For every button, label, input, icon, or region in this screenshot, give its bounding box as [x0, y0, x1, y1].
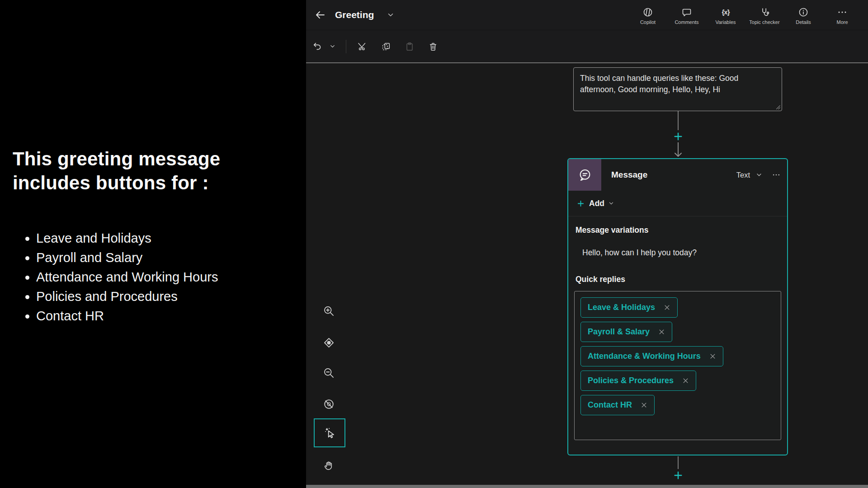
list-item: Policies and Procedures [36, 290, 218, 303]
details-button[interactable]: Details [784, 2, 823, 28]
more-button[interactable]: More [823, 2, 862, 28]
zoom-in-icon [323, 305, 335, 317]
quick-replies-container[interactable]: Leave & Holidays Payroll & Salary Attend… [574, 291, 781, 440]
message-variation-text[interactable]: Hello, how can I help you today? [582, 248, 697, 258]
plus-icon [577, 200, 585, 207]
edit-toolbar [306, 30, 868, 62]
node-title: Message [611, 159, 647, 191]
quick-reply-label: Attendance & Working Hours [588, 352, 701, 361]
resize-handle[interactable] [775, 104, 781, 110]
topbar-actions: Copilot Comments {x} Variables Topic che… [628, 2, 862, 28]
paste-icon [405, 42, 415, 52]
chevron-down-icon [387, 11, 395, 19]
zoom-out-button[interactable] [318, 363, 340, 383]
delete-icon [428, 42, 438, 52]
quick-reply-label: Leave & Holidays [588, 303, 655, 312]
trigger-phrases-text: This tool can handle queries like these:… [580, 74, 738, 94]
list-item: Payroll and Salary [36, 251, 218, 264]
message-node-icon-tile [568, 159, 601, 191]
node-more-button[interactable] [772, 170, 781, 179]
remove-chip-icon[interactable] [709, 353, 716, 360]
toolbar-divider [346, 40, 346, 53]
topic-checker-button[interactable]: Topic checker [745, 2, 784, 28]
remove-chip-icon[interactable] [682, 377, 689, 384]
copilot-icon [642, 7, 653, 18]
connector-arrow-icon [673, 142, 683, 158]
list-item: Leave and Holidays [36, 231, 218, 245]
list-item: Contact HR [36, 309, 218, 323]
info-icon [798, 7, 809, 18]
minimap-icon [323, 398, 335, 410]
select-tool-button[interactable] [314, 418, 345, 447]
trigger-phrases-node[interactable]: This tool can handle queries like these:… [573, 67, 782, 111]
quick-reply-label: Policies & Procedures [588, 376, 674, 385]
message-node[interactable]: Message Text Add Message variations Hell… [567, 158, 788, 455]
pan-tool-button[interactable] [318, 455, 340, 475]
quick-reply-chip[interactable]: Contact HR [580, 395, 655, 415]
chevron-down-icon [329, 43, 336, 50]
remove-chip-icon[interactable] [641, 402, 647, 408]
plus-icon [673, 131, 683, 141]
quick-reply-chip[interactable]: Payroll & Salary [580, 322, 672, 342]
undo-icon [313, 42, 323, 52]
undo-menu-button[interactable] [326, 38, 339, 55]
remove-chip-icon[interactable] [658, 328, 665, 335]
copilot-studio-app: Greeting Copilot Comments {x} Variables … [306, 0, 868, 488]
add-node-button[interactable] [672, 469, 684, 481]
pan-hand-icon [323, 460, 335, 472]
message-type-dropdown[interactable]: Text [736, 171, 750, 179]
connector-line [678, 111, 679, 130]
more-ellipsis-icon [772, 170, 781, 179]
chevron-down-icon[interactable] [755, 171, 763, 178]
center-view-button[interactable] [318, 333, 340, 352]
copy-button[interactable] [378, 38, 394, 55]
back-arrow-icon [315, 9, 326, 20]
add-node-button[interactable] [672, 131, 684, 142]
quick-replies-label: Quick replies [576, 275, 625, 284]
copy-icon [381, 42, 391, 52]
copilot-button[interactable]: Copilot [628, 2, 667, 28]
variables-button[interactable]: {x} Variables [706, 2, 745, 28]
message-variations-label: Message variations [576, 225, 648, 235]
quick-reply-chip[interactable]: Attendance & Working Hours [580, 346, 723, 366]
comments-button[interactable]: Comments [667, 2, 706, 28]
zoom-in-button[interactable] [318, 301, 340, 321]
stethoscope-icon [759, 7, 770, 18]
topic-header-bar: Greeting Copilot Comments {x} Variables … [306, 0, 868, 30]
select-pointer-icon [323, 427, 336, 439]
chevron-down-icon [608, 200, 614, 206]
topic-title: Greeting [335, 0, 374, 30]
message-bubble-icon [577, 167, 593, 183]
center-view-icon [323, 337, 335, 349]
back-button[interactable] [312, 8, 328, 22]
zoom-out-icon [323, 367, 335, 379]
plus-icon [673, 470, 683, 480]
canvas-bottom-edge [306, 485, 868, 488]
quick-reply-chip[interactable]: Leave & Holidays [580, 297, 678, 318]
undo-button[interactable] [310, 38, 326, 55]
cut-icon [358, 42, 368, 52]
annotation-bullet-list: Leave and Holidays Payroll and Salary At… [36, 231, 218, 328]
quick-reply-label: Payroll & Salary [588, 327, 650, 337]
minimap-toggle-button[interactable] [318, 394, 340, 414]
annotation-panel: This greeting message includes buttons f… [0, 0, 306, 488]
list-item: Attendance and Working Hours [36, 270, 218, 284]
comments-icon [681, 7, 692, 18]
remove-chip-icon[interactable] [664, 304, 670, 311]
paste-button[interactable] [401, 38, 418, 55]
cut-button[interactable] [354, 38, 371, 55]
more-ellipsis-icon [837, 7, 848, 18]
topic-title-dropdown[interactable] [384, 8, 397, 22]
quick-reply-label: Contact HR [588, 400, 632, 410]
annotation-heading: This greeting message includes buttons f… [13, 147, 244, 195]
connector-line [678, 456, 679, 469]
delete-button[interactable] [425, 38, 441, 55]
quick-reply-chip[interactable]: Policies & Procedures [580, 371, 696, 391]
variables-icon: {x} [722, 8, 729, 16]
add-button[interactable]: Add [568, 191, 787, 216]
